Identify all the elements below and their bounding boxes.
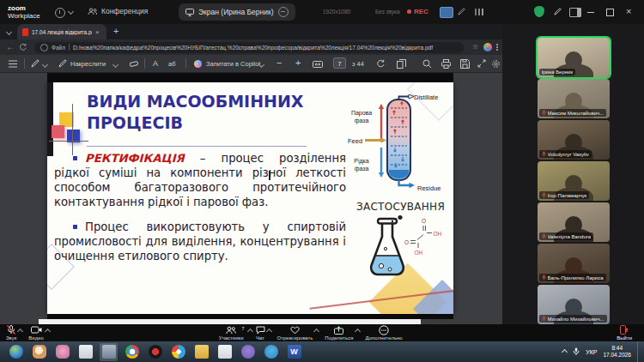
show-desktop-button[interactable] (637, 341, 642, 362)
more-button[interactable]: Дополнительно (360, 326, 409, 341)
participant-video[interactable]: Максим Миколайович... (538, 79, 610, 118)
taskbar-app-icon[interactable] (53, 343, 71, 361)
participant-video[interactable]: Михайло Михайлович... (538, 285, 610, 324)
zoom-out-button[interactable]: − (276, 57, 282, 68)
chevron-up-icon[interactable] (45, 328, 51, 334)
layout-toggle-icon[interactable] (569, 8, 581, 17)
participant-video[interactable]: Ігор Паламарчук (538, 161, 610, 201)
file-info-icon[interactable] (40, 44, 48, 51)
flask-icon: O OH O OH (353, 214, 452, 293)
url-scheme: Файл (52, 45, 65, 51)
eraser-icon[interactable] (129, 60, 139, 68)
share-button[interactable]: Поделиться (319, 326, 359, 341)
tray-expand-icon[interactable] (562, 348, 568, 354)
chat-button[interactable]: Чат (250, 326, 271, 341)
page-number-input[interactable]: 7 (333, 57, 346, 69)
tab-conference[interactable]: Конференция (88, 7, 148, 15)
pdf-file-icon (22, 28, 28, 36)
browser-tab-active[interactable]: 17.04 лекція відкрита.pdf × (17, 24, 106, 39)
pdf-viewport[interactable]: ВИДИ МАСООБМІННИХ ПРОЦЕСІВ РЕКТИФІКАЦІЯ … (0, 73, 502, 324)
tab-screen-share[interactable]: Экран (Ирина Берник) (179, 3, 295, 21)
zoom-bottom-toolbar: Звук Видео Участники 7 Чат Отреагировать (0, 324, 644, 341)
favorites-star-icon[interactable]: ☆ (472, 43, 478, 51)
address-bar[interactable]: Файл D:/нова%20папка/кафедра%20процесів%… (34, 42, 464, 53)
chevron-down-icon[interactable] (68, 9, 74, 15)
taskbar-app-icon[interactable] (7, 343, 25, 361)
tab-search-icon[interactable] (6, 29, 12, 35)
react-label: Отреагировать (277, 335, 313, 341)
new-tab-button[interactable]: + (113, 26, 118, 36)
participant-video[interactable]: Ірина Берник (538, 38, 610, 77)
taskbar-app-icon[interactable] (100, 343, 118, 361)
settings-gear-icon[interactable] (491, 59, 501, 69)
chevron-down-icon[interactable] (112, 62, 118, 68)
chevron-down-icon[interactable] (42, 62, 48, 68)
decor-square-red (52, 125, 64, 138)
browser-menu-icon[interactable] (496, 44, 498, 45)
window-close-button[interactable]: × (626, 6, 631, 17)
participants-button[interactable]: Участники 7 (213, 326, 250, 341)
back-button[interactable]: ← (6, 42, 15, 51)
share-screen-icon (334, 326, 343, 335)
edit-pencil-icon[interactable] (554, 8, 562, 15)
draw-label[interactable]: Накреслити (70, 60, 106, 68)
more-label: Дополнительно (366, 335, 403, 341)
taskbar-app-icon[interactable] (30, 343, 48, 361)
tab-close-icon[interactable]: × (95, 28, 100, 36)
save-icon[interactable] (460, 59, 470, 69)
slide-left-bar (47, 82, 53, 156)
audio-button[interactable]: Звук (0, 326, 22, 341)
url-divider (69, 44, 70, 51)
video-button[interactable]: Видео (22, 326, 50, 341)
rotate-icon[interactable] (376, 59, 386, 69)
annotate-pencil-icon[interactable] (458, 8, 465, 15)
label-vapor-1: Парова (351, 110, 372, 117)
refresh-icon[interactable] (19, 43, 27, 51)
taskbar-app-icon[interactable] (262, 343, 280, 361)
leave-button[interactable]: Выйти (611, 326, 644, 341)
taskbar-app-icon[interactable]: W (285, 343, 303, 361)
dictionary-icon[interactable]: аб (168, 60, 175, 68)
page-view-icon[interactable] (397, 59, 406, 69)
participant-video[interactable]: Valentyna Bandura (538, 202, 610, 242)
profile-avatar[interactable] (483, 43, 492, 51)
participant-name-tag: Михайло Михайлович... (539, 315, 607, 323)
video-thumbnail-mini[interactable] (440, 7, 453, 18)
taskbar-app-icon[interactable] (192, 343, 210, 361)
read-aloud-icon[interactable]: A (153, 59, 158, 68)
collapse-icon[interactable] (278, 7, 289, 17)
mute-status-label: Без звука (375, 9, 400, 15)
taskbar-app-icon[interactable] (123, 343, 141, 361)
participant-name: Баль-Прилипко Лариса (548, 275, 604, 281)
bullet-icon (73, 225, 77, 229)
copilot-icon[interactable] (194, 60, 202, 68)
search-icon[interactable] (422, 59, 432, 69)
taskbar-icon-list: W (7, 343, 308, 361)
participant-video[interactable]: Volodymyr Vasyliv (538, 120, 610, 160)
fullscreen-icon[interactable] (477, 59, 486, 68)
taskbar-app-icon[interactable] (169, 343, 187, 361)
react-button[interactable]: Отреагировать (271, 326, 319, 341)
label-liquid-1: Рідка (354, 158, 369, 165)
taskbar-app-icon[interactable] (216, 343, 234, 361)
taskbar-app-icon[interactable] (76, 343, 94, 361)
print-icon[interactable] (441, 59, 451, 69)
camera-icon (31, 326, 42, 335)
tray-mic-icon[interactable] (573, 347, 580, 356)
taskbar-app-icon[interactable] (239, 343, 257, 361)
fit-width-icon[interactable] (313, 61, 323, 68)
highlighter-icon[interactable] (31, 59, 39, 68)
clock[interactable]: 8:44 17.04.2026 (603, 345, 631, 359)
zoom-in-button[interactable]: + (295, 57, 301, 68)
taskbar-app-icon[interactable] (146, 343, 164, 361)
text-cursor (269, 171, 270, 180)
molecule-oh: OH (415, 250, 423, 256)
window-maximize-button[interactable] (606, 9, 614, 16)
window-minimize-button[interactable] (587, 12, 594, 13)
draw-pen-icon[interactable] (58, 59, 67, 68)
security-shield-icon[interactable] (534, 6, 544, 17)
participant-video[interactable]: Баль-Прилипко Лариса (538, 244, 610, 283)
menu-icon[interactable] (9, 60, 17, 68)
language-indicator[interactable]: УКР (586, 349, 597, 355)
copilot-label[interactable]: Запитати в Copilot (206, 60, 260, 68)
